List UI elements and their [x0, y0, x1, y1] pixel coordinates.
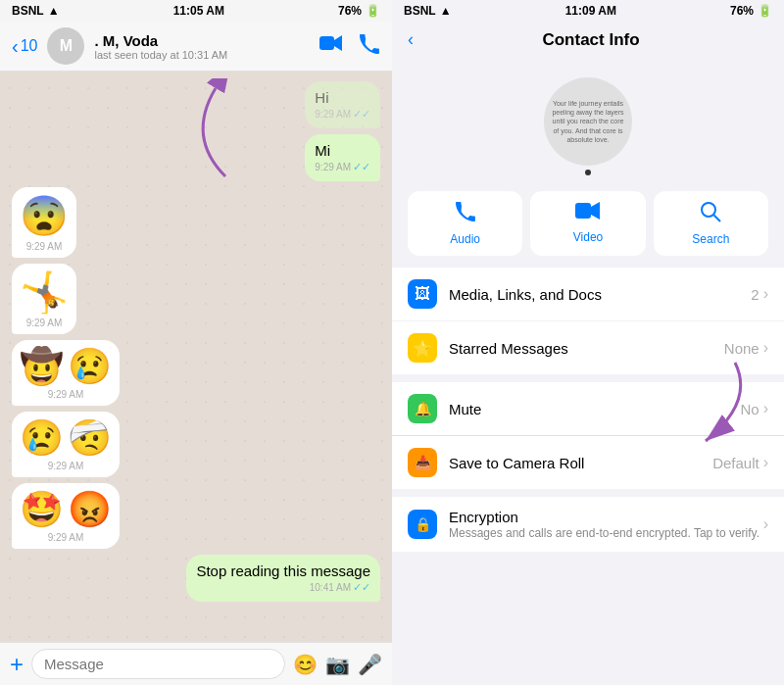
message-input[interactable] — [31, 649, 285, 679]
contact-info-title: Contact Info — [414, 30, 768, 50]
media-value: 2 — [751, 286, 759, 303]
video-button-label: Video — [573, 230, 603, 244]
time-left: 11:05 AM — [173, 4, 224, 18]
message-row: 🤩 😡 9:29 AM — [12, 483, 380, 549]
emoji-row: 🤩 😡 — [20, 489, 112, 530]
message-time: 10:41 AM — [310, 582, 351, 593]
save-camera-icon: 📥 — [408, 448, 437, 477]
info-row-save-camera[interactable]: 📥 Save to Camera Roll Default › — [392, 436, 784, 489]
message-row: 🤸 9:29 AM — [12, 264, 380, 334]
message-time: 9:29 AM — [26, 318, 63, 328]
header-action-icons — [319, 33, 380, 60]
audio-call-button[interactable]: Audio — [408, 191, 522, 256]
chevron-icon: › — [763, 285, 768, 303]
starred-icon: ⭐ — [408, 333, 437, 363]
back-count: 10 — [21, 37, 38, 55]
search-icon — [700, 201, 721, 228]
message-row: Hi 9:29 AM✓✓ — [12, 81, 380, 128]
battery-icon-left: 🔋 — [366, 4, 380, 18]
contact-avatar: Your life journey entails peeling away t… — [544, 77, 632, 166]
message-bubble: 😨 9:29 AM — [12, 187, 76, 258]
back-button[interactable]: ‹ 10 — [12, 35, 37, 58]
save-camera-title: Save to Camera Roll — [449, 455, 712, 471]
message-bubble: 🤸 9:29 AM — [12, 264, 76, 334]
chevron-icon: › — [763, 339, 768, 357]
read-ticks: ✓✓ — [353, 581, 370, 594]
audio-button-label: Audio — [450, 232, 480, 246]
message-bubble: Mi 9:29 AM✓✓ — [305, 134, 380, 181]
svg-line-6 — [714, 216, 721, 222]
message-text: Mi — [315, 142, 370, 159]
svg-marker-1 — [334, 35, 342, 51]
emoji-row: 😢 🤕 — [20, 417, 112, 459]
emoji: 😡 — [68, 489, 112, 530]
starred-row-title: Starred Messages — [449, 340, 724, 357]
svg-rect-3 — [575, 203, 591, 219]
info-section: 🖼 Media, Links, and Docs 2 › ⭐ Starred M… — [392, 268, 784, 685]
info-row-starred[interactable]: ⭐ Starred Messages None › — [392, 321, 784, 374]
search-button-label: Search — [692, 232, 729, 246]
video-call-button[interactable]: Video — [530, 191, 645, 256]
camera-icon[interactable]: 📷 — [325, 653, 350, 676]
sticker-icon[interactable]: 😊 — [293, 653, 318, 676]
status-bar-right: BSNL ▲ 11:09 AM 76% 🔋 — [392, 0, 784, 22]
info-group-mute: 🔔 Mute No › 📥 Save to Camera Roll — [392, 382, 784, 489]
chevron-icon: › — [763, 515, 768, 533]
add-attachment-button[interactable]: + — [10, 651, 24, 678]
action-buttons-row: Audio Video Search — [392, 191, 784, 268]
message-time: 9:29 AM — [48, 389, 84, 400]
media-row-content: Media, Links, and Docs — [449, 286, 751, 303]
message-time: 9:29 AM — [315, 162, 351, 172]
battery-right: 76% — [730, 4, 754, 18]
chevron-icon: › — [763, 454, 768, 471]
message-row: 😨 9:29 AM — [12, 187, 380, 258]
message-bubble: 🤠 😢 9:29 AM — [12, 340, 120, 406]
chat-header-info: . M, Voda last seen today at 10:31 AM — [94, 32, 310, 61]
mute-row-right: No › — [740, 400, 768, 417]
carrier-right: BSNL — [404, 4, 436, 18]
avatar-quote: Your life journey entails peeling away t… — [544, 91, 632, 151]
message-bubble: Hi 9:29 AM✓✓ — [305, 81, 380, 128]
emoji: 😨 — [20, 193, 69, 239]
search-button[interactable]: Search — [654, 191, 768, 256]
audio-call-icon — [455, 201, 476, 228]
carrier-left: BSNL — [12, 4, 44, 18]
message-bubble: 😢 🤕 9:29 AM — [12, 412, 120, 477]
starred-row-right: None › — [724, 339, 768, 357]
back-chevron-icon: ‹ — [12, 35, 19, 58]
encryption-icon: 🔒 — [408, 510, 437, 539]
contact-info-header: ‹ Contact Info — [392, 22, 784, 58]
emoji: 🤕 — [68, 417, 112, 459]
encryption-content: Encryption Messages and calls are end-to… — [449, 509, 763, 540]
encryption-title: Encryption — [449, 509, 763, 525]
info-group-starred: ⭐ Starred Messages None › — [392, 321, 784, 374]
wifi-icon-right: ▲ — [440, 4, 452, 18]
encryption-right: › — [763, 515, 768, 533]
message-time: 9:29 AM — [48, 461, 84, 471]
starred-value: None — [724, 340, 760, 357]
emoji: 😢 — [68, 346, 112, 387]
message-bubble: 🤩 😡 9:29 AM — [12, 483, 120, 549]
svg-point-5 — [702, 203, 715, 217]
message-time: 9:29 AM — [26, 241, 63, 252]
message-row: Stop reading this message 10:41 AM✓✓ — [12, 555, 380, 602]
messages-area: Hi 9:29 AM✓✓ Mi 9:29 AM✓✓ 😨 9:29 AM — [0, 72, 392, 642]
media-row-right: 2 › — [751, 285, 768, 303]
save-camera-value: Default — [712, 455, 760, 471]
battery-left: 76% — [338, 4, 362, 18]
read-ticks: ✓✓ — [353, 108, 370, 121]
info-row-mute[interactable]: 🔔 Mute No › — [392, 382, 784, 436]
starred-row-content: Starred Messages — [449, 340, 724, 357]
message-text: Stop reading this message — [196, 563, 370, 579]
mute-row-content: Mute — [449, 401, 740, 417]
phone-call-icon[interactable] — [359, 33, 380, 60]
microphone-icon[interactable]: 🎤 — [358, 653, 382, 676]
last-seen: last seen today at 10:31 AM — [94, 49, 310, 61]
message-bubble: Stop reading this message 10:41 AM✓✓ — [186, 555, 380, 602]
info-row-encryption[interactable]: 🔒 Encryption Messages and calls are end-… — [392, 497, 784, 552]
contact-name: . M, Voda — [94, 32, 310, 49]
emoji: 😢 — [20, 417, 64, 459]
message-row: Mi 9:29 AM✓✓ — [12, 134, 380, 181]
info-row-media[interactable]: 🖼 Media, Links, and Docs 2 › — [392, 268, 784, 320]
video-call-icon[interactable] — [319, 33, 343, 60]
